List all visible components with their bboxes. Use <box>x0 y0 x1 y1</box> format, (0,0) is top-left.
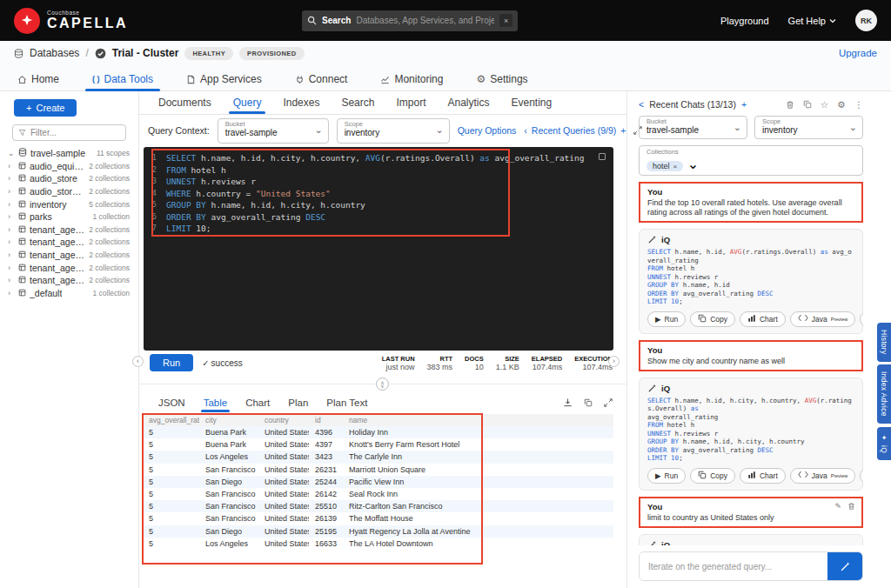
tree-item-parks[interactable]: ›parks1 collection <box>0 210 138 224</box>
chevron-right-icon[interactable]: › <box>8 237 15 246</box>
chevron-right-icon[interactable]: › <box>8 162 15 170</box>
run-button[interactable]: ▶Run <box>647 468 686 484</box>
table-cell: Knott's Berry Farm Resort Hotel <box>343 440 613 449</box>
results-tab-json[interactable]: JSON <box>158 394 185 411</box>
get-help-menu[interactable]: Get Help <box>788 16 836 26</box>
expand-icon[interactable] <box>604 395 613 411</box>
nav-tab-connect[interactable]: Connect <box>293 68 350 90</box>
tab-eventing[interactable]: Eventing <box>512 92 553 113</box>
playground-link[interactable]: Playground <box>720 16 769 26</box>
search-icon <box>307 13 317 29</box>
tab-query[interactable]: Query <box>233 92 262 113</box>
copy-button[interactable]: Copy <box>690 311 735 327</box>
rail-tab-iq[interactable]: ✦iQ <box>877 427 891 460</box>
chevron-right-icon[interactable]: › <box>8 289 15 297</box>
collapse-results-icon[interactable]: ∧∨ <box>376 378 389 391</box>
nav-tab-settings[interactable]: ⚙Settings <box>474 68 529 90</box>
nav-tab-home[interactable]: Home <box>16 68 61 90</box>
results-tab-plan[interactable]: Plan <box>288 394 308 411</box>
scroll-right-icon[interactable]: › <box>608 356 620 367</box>
chevron-right-icon[interactable]: › <box>8 174 15 183</box>
chevron-right-icon[interactable]: › <box>8 187 15 196</box>
java-button[interactable]: JavaPreview <box>790 468 856 484</box>
tree-item-tenant_agent_04[interactable]: ›tenant_agent_042 collections <box>0 274 138 287</box>
global-search[interactable]: Search Databases, App Services, and Proj… <box>302 10 518 31</box>
chevron-right-icon[interactable]: › <box>8 200 15 209</box>
copy-icon[interactable] <box>803 100 812 109</box>
filter-input[interactable]: Filter... <box>12 124 126 141</box>
tree-item-name: tenant_agent_00 <box>30 224 85 235</box>
tree-item-tenant_agent_00[interactable]: ›tenant_agent_002 collections <box>0 224 138 237</box>
upgrade-link[interactable]: Upgrade <box>839 48 877 58</box>
chat-scope-select[interactable]: Scope inventory ⌄ <box>754 116 863 139</box>
sql-editor[interactable]: 1SELECT h.name, h.id, h.city, h.country,… <box>144 147 613 351</box>
tree-item-audio_store_inven[interactable]: ›audio_store_inven...2 collections <box>0 185 138 198</box>
favorite-button[interactable]: ☆Favorite <box>860 468 863 484</box>
chevron-right-icon[interactable]: › <box>8 264 15 272</box>
chevron-right-icon[interactable]: › <box>8 212 15 221</box>
java-button[interactable]: JavaPreview <box>790 311 856 327</box>
column-header: id <box>309 416 343 424</box>
chevron-right-icon[interactable]: › <box>8 225 15 234</box>
scroll-left-icon[interactable]: ‹ <box>132 356 144 367</box>
tab-documents[interactable]: Documents <box>158 92 211 113</box>
tab-analytics[interactable]: Analytics <box>447 92 489 113</box>
chevron-left-icon[interactable]: < <box>639 99 644 110</box>
tab-import[interactable]: Import <box>396 92 425 113</box>
chart-button[interactable]: Chart <box>740 468 786 484</box>
chevron-right-icon[interactable]: › <box>8 251 15 259</box>
chart-button[interactable]: Chart <box>740 311 786 327</box>
rail-tab-history[interactable]: History <box>877 323 891 362</box>
nav-tab-monitoring[interactable]: Monitoring <box>379 68 445 90</box>
chat-input[interactable] <box>640 552 827 580</box>
recent-queries-link[interactable]: ‹ Recent Queries (9/9) + <box>524 125 626 136</box>
tree-item-tenant_agent_02[interactable]: ›tenant_agent_022 collections <box>0 249 138 262</box>
breadcrumb-cluster[interactable]: Trial - Cluster <box>112 47 179 59</box>
capella-logo[interactable]: Couchbase CAPELLA <box>14 8 128 34</box>
trash-icon[interactable] <box>847 502 855 512</box>
generate-query-button[interactable] <box>827 552 862 580</box>
tree-item-audio_store[interactable]: ›audio_store2 collections <box>0 172 138 185</box>
gear-icon[interactable]: ⚙ <box>837 99 845 110</box>
run-button[interactable]: Run <box>150 354 193 371</box>
editor-format-icon[interactable] <box>599 153 606 160</box>
search-close-icon[interactable]: × <box>499 14 512 27</box>
results-tab-table[interactable]: Table <box>204 394 228 411</box>
collections-select[interactable]: Collections hotel × ⌄ <box>639 145 863 176</box>
copy-button[interactable]: Copy <box>690 468 735 484</box>
create-button[interactable]: + Create <box>14 99 77 117</box>
close-icon[interactable]: × <box>673 163 678 170</box>
star-icon[interactable]: ☆ <box>821 99 828 110</box>
chat-bucket-select[interactable]: Bucket travel-sample ⌄ <box>639 116 747 139</box>
tree-item-_default[interactable]: ›_default1 collection <box>0 287 138 300</box>
tab-search[interactable]: Search <box>341 92 374 113</box>
collection-chip[interactable]: hotel × <box>646 161 683 171</box>
stat-rtt: RTT383 ms <box>427 355 453 371</box>
tab-indexes[interactable]: Indexes <box>283 92 319 113</box>
tree-item-tenant_agent_03[interactable]: ›tenant_agent_032 collections <box>0 261 138 274</box>
user-avatar[interactable]: RK <box>855 10 877 31</box>
chevron-down-icon[interactable]: ⌄ <box>8 149 15 157</box>
copy-icon[interactable] <box>584 395 593 411</box>
trash-icon[interactable] <box>786 100 794 110</box>
tree-item-travel-sample[interactable]: ⌄travel-sample11 scopes <box>0 147 138 160</box>
results-tab-chart[interactable]: Chart <box>245 394 270 411</box>
tree-item-inventory[interactable]: ›inventory5 collections <box>0 197 138 210</box>
kebab-menu-icon[interactable]: ⋮ <box>854 99 864 110</box>
run-button[interactable]: ▶Run <box>647 311 686 327</box>
favorite-button[interactable]: ☆Favorite <box>860 311 863 327</box>
rail-tab-index-advice[interactable]: Index Advice <box>877 364 891 424</box>
nav-tab-app-services[interactable]: App Services <box>184 68 264 90</box>
tree-item-audio_equipment[interactable]: ›audio_equipment2 collections <box>0 160 138 173</box>
new-chat-icon[interactable]: + <box>741 99 747 110</box>
query-options-link[interactable]: Query Options <box>458 125 517 136</box>
chevron-right-icon[interactable]: › <box>8 276 15 284</box>
pencil-icon[interactable]: ✎ <box>834 502 841 512</box>
nav-tab-data-tools[interactable]: ( )Data Tools <box>90 68 155 90</box>
scope-select[interactable]: Scope inventory ⌄ <box>337 118 450 144</box>
results-tab-plan-text[interactable]: Plan Text <box>326 394 367 411</box>
bucket-select[interactable]: Bucket travel-sample ⌄ <box>218 118 329 144</box>
breadcrumb-databases[interactable]: Databases <box>30 47 79 59</box>
tree-item-tenant_agent_01[interactable]: ›tenant_agent_012 collections <box>0 236 138 249</box>
download-icon[interactable] <box>563 395 573 411</box>
